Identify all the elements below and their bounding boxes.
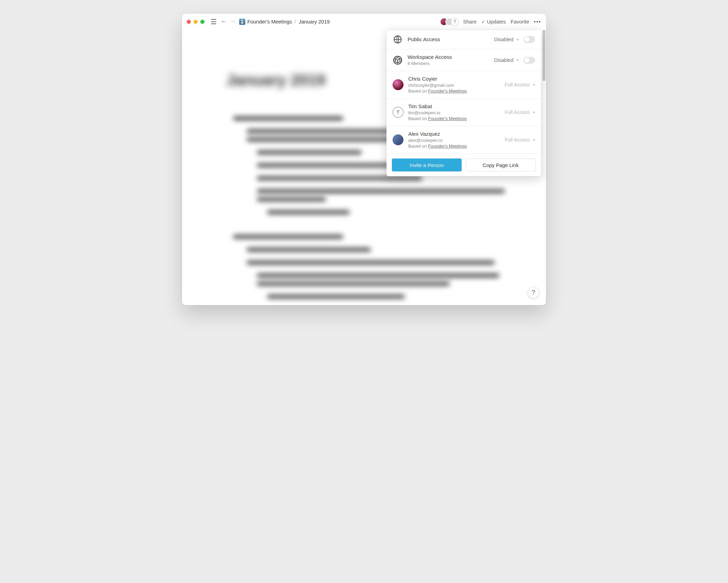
user-access-level: Full Access: [505, 137, 530, 143]
share-panel-footer: Invite a Person Copy Page Link: [386, 153, 541, 176]
updates-button[interactable]: ✓ Updates: [481, 19, 506, 24]
invite-person-button[interactable]: Invite a Person: [392, 159, 462, 171]
public-access-row: Public Access Disabled ▾: [386, 30, 541, 49]
page-emoji-icon: [239, 19, 245, 25]
user-name: Tim Sabat: [408, 103, 500, 110]
share-button[interactable]: Share: [463, 19, 477, 24]
window-controls: [187, 20, 204, 24]
based-on-link[interactable]: Founder's Meetings: [428, 88, 467, 94]
user-access-selector[interactable]: Full Access▾: [505, 137, 535, 143]
topbar-actions: Share ✓ Updates Favorite •••: [463, 19, 541, 24]
more-menu-icon[interactable]: •••: [534, 19, 541, 24]
favorite-button[interactable]: Favorite: [511, 19, 529, 24]
user-avatar: [393, 134, 403, 145]
user-access-level: Full Access: [505, 110, 530, 115]
minimize-window-icon[interactable]: [194, 20, 198, 24]
breadcrumb-parent[interactable]: Founder's Meetings: [247, 19, 292, 24]
chevron-down-icon: ▾: [533, 83, 535, 87]
checkmark-icon: ✓: [481, 19, 485, 24]
user-name: Alex Vazquez: [408, 131, 500, 137]
user-email: alex@codepen.io: [408, 138, 500, 143]
workspace-member-count: 8 Members: [408, 61, 490, 66]
user-email: chriscoyier@gmail.com: [408, 83, 500, 88]
chevron-down-icon: ▾: [517, 58, 519, 62]
globe-icon: [393, 35, 402, 44]
chevron-down-icon: ▾: [533, 138, 535, 142]
copy-link-button[interactable]: Copy Page Link: [466, 159, 536, 171]
based-on-link[interactable]: Founder's Meetings: [428, 116, 467, 121]
based-on-link[interactable]: Founder's Meetings: [428, 144, 467, 149]
back-icon[interactable]: ←: [219, 18, 228, 25]
breadcrumb: Founder's Meetings / January 2019: [239, 19, 330, 25]
workspace-access-state-text: Disabled: [494, 57, 513, 63]
public-access-state[interactable]: Disabled ▾: [494, 37, 519, 42]
workspace-access-toggle[interactable]: [524, 57, 535, 64]
user-access-level: Full Access: [505, 82, 530, 87]
help-button[interactable]: ?: [528, 287, 539, 298]
public-access-toggle[interactable]: [524, 36, 535, 43]
hamburger-icon[interactable]: ☰: [208, 18, 219, 26]
user-access-selector[interactable]: Full Access▾: [505, 82, 535, 87]
user-access-selector[interactable]: Full Access▾: [505, 110, 535, 115]
share-user-row: TTim Sabattim@codepen.ioBased on Founder…: [386, 99, 541, 126]
topbar: ☰ ← → Founder's Meetings / January 2019 …: [182, 14, 546, 30]
workspace-icon: [393, 55, 402, 65]
user-based-on: Based on Founder's Meetings: [408, 144, 500, 149]
close-window-icon[interactable]: [187, 20, 191, 24]
presence-avatar[interactable]: T: [451, 18, 459, 26]
chevron-down-icon: ▾: [517, 37, 519, 42]
app-window: ☰ ← → Founder's Meetings / January 2019 …: [182, 14, 546, 305]
user-name: Chris Coyier: [408, 76, 500, 82]
user-based-on: Based on Founder's Meetings: [408, 116, 500, 121]
share-user-row: Chris Coyierchriscoyier@gmail.comBased o…: [386, 71, 541, 99]
public-access-label: Public Access: [408, 36, 490, 43]
user-based-on: Based on Founder's Meetings: [408, 88, 500, 94]
presence-avatars: T: [440, 18, 459, 26]
chevron-down-icon: ▾: [533, 110, 535, 115]
user-avatar: [393, 79, 403, 90]
user-avatar: T: [393, 107, 403, 118]
content-scrollbar[interactable]: [543, 30, 545, 81]
workspace-access-row: Workspace Access 8 Members Disabled ▾: [386, 49, 541, 71]
forward-icon: →: [228, 18, 237, 25]
share-user-row: Alex Vazquezalex@codepen.ioBased on Foun…: [386, 126, 541, 153]
zoom-window-icon[interactable]: [200, 20, 204, 24]
share-panel: Public Access Disabled ▾ Workspace Acces…: [386, 30, 541, 176]
updates-label: Updates: [487, 19, 506, 24]
user-email: tim@codepen.io: [408, 110, 500, 115]
breadcrumb-separator: /: [294, 19, 297, 24]
breadcrumb-current[interactable]: January 2019: [299, 19, 330, 24]
workspace-access-state[interactable]: Disabled ▾: [494, 57, 519, 63]
public-access-state-text: Disabled: [494, 37, 513, 42]
workspace-access-label: Workspace Access: [408, 54, 490, 60]
